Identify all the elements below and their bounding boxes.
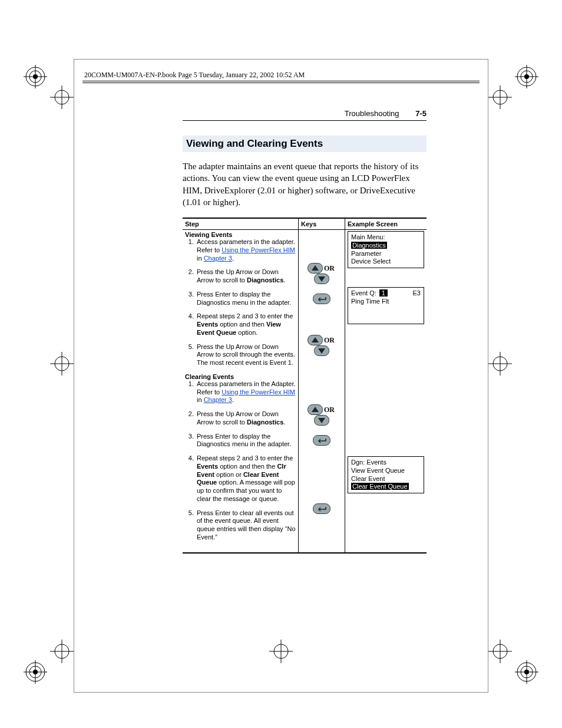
list-item: Press Enter to display the Diagnostics m…	[196, 291, 296, 307]
page-number: 7-5	[415, 109, 427, 118]
enter-key-icon	[313, 294, 330, 304]
registration-mark-icon	[515, 660, 538, 684]
down-arrow-key-icon	[314, 345, 329, 356]
svg-rect-54	[313, 436, 330, 446]
registration-mark-icon	[24, 65, 47, 88]
crosshair-icon	[488, 640, 512, 663]
crosshair-icon	[50, 352, 74, 375]
up-arrow-key-icon	[308, 263, 323, 274]
keys-up-or-down: OR	[301, 263, 342, 284]
down-arrow-key-icon	[314, 415, 329, 426]
registration-mark-icon	[24, 660, 47, 684]
list-item: Press the Up Arrow or Down Arrow to scro…	[196, 410, 296, 427]
up-arrow-key-icon	[308, 404, 323, 415]
list-item: Access parameters in the adapter. Refer …	[196, 238, 296, 262]
list-item: Repeat steps 2 and 3 to enter the Events…	[196, 312, 296, 337]
svg-rect-45	[313, 294, 330, 304]
col-keys: Keys	[299, 218, 345, 230]
list-item: Press the Up Arrow or Down Arrow to scro…	[196, 343, 296, 367]
book-header-text: 20COMM-UM007A-EN-P.book Page 5 Tuesday, …	[84, 71, 305, 79]
keys-enter	[301, 294, 342, 304]
list-item: Press Enter to display the Diagnostics m…	[196, 433, 296, 449]
section-title: Viewing and Clearing Events	[183, 136, 427, 152]
example-screen-dgn-events: Dgn: Events View Event Queue Clear Event…	[348, 456, 424, 493]
keys-enter	[301, 435, 342, 446]
link-chapter-3[interactable]: Chapter 3	[204, 396, 232, 403]
col-example: Example Screen	[345, 218, 427, 230]
up-arrow-key-icon	[308, 335, 323, 345]
registration-mark-icon	[515, 65, 538, 88]
list-item: Repeat steps 2 and 3 to enter the Events…	[196, 454, 296, 503]
steps-table: Step Keys Example Screen Viewing Events …	[183, 218, 427, 554]
keys-up-or-down: OR	[301, 335, 342, 356]
intro-paragraph: The adapter maintains an event queue tha…	[183, 160, 427, 208]
crosshair-icon	[50, 85, 74, 109]
clearing-events-heading: Clearing Events	[185, 373, 296, 380]
link-chapter-3[interactable]: Chapter 3	[204, 255, 232, 262]
running-head: Troubleshooting 7-5	[183, 109, 427, 123]
link-using-him[interactable]: Using the PowerFlex HIM	[222, 388, 295, 396]
book-header: 20COMM-UM007A-EN-P.book Page 5 Tuesday, …	[82, 71, 480, 89]
page-content: Viewing and Clearing Events The adapter …	[183, 136, 427, 554]
crosshair-icon	[488, 352, 512, 375]
list-item: Press the Up Arrow or Down Arrow to scro…	[196, 268, 296, 285]
enter-key-icon	[313, 435, 330, 446]
down-arrow-key-icon	[314, 274, 329, 284]
link-using-him[interactable]: Using the PowerFlex HIM	[222, 246, 295, 253]
example-screen-main-menu: Main Menu: Diagnostics Parameter Device …	[348, 231, 424, 268]
example-screen-event-q: Event Q: 1 E3 Ping Time Flt	[348, 287, 424, 324]
crosshair-icon	[488, 85, 512, 109]
keys-enter	[301, 503, 342, 514]
viewing-events-heading: Viewing Events	[185, 231, 296, 238]
keys-up-or-down: OR	[301, 404, 342, 426]
col-step: Step	[183, 218, 299, 230]
svg-rect-55	[313, 504, 330, 514]
crosshair-icon	[50, 640, 74, 663]
list-item: Access parameters in the Adapter. Refer …	[196, 380, 296, 404]
list-item: Press Enter to clear all events out of t…	[196, 509, 296, 542]
enter-key-icon	[313, 503, 330, 514]
table-row: Viewing Events Access parameters in the …	[183, 230, 427, 553]
running-head-title: Troubleshooting	[345, 109, 399, 118]
